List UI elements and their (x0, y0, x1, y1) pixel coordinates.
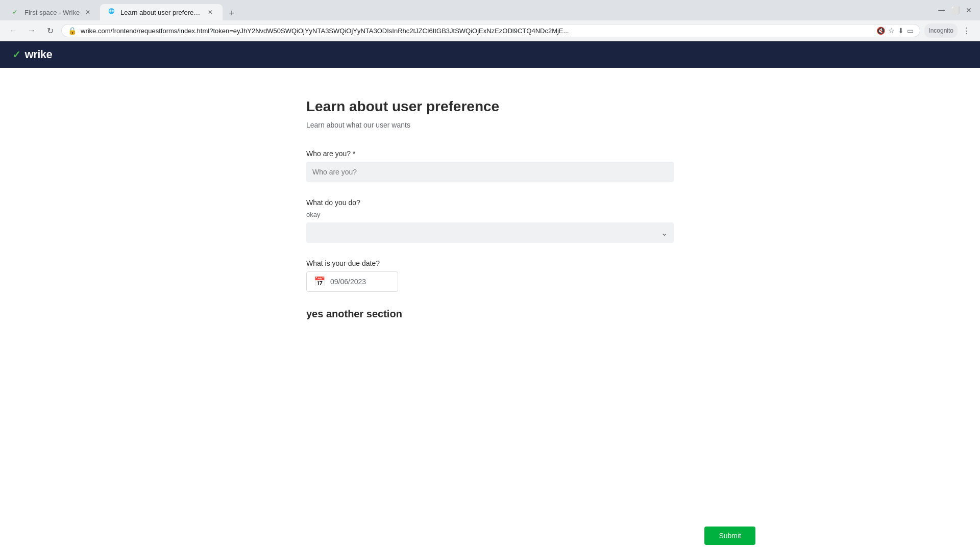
tab-2-close[interactable]: ✕ (206, 8, 214, 16)
who-label: Who are you? * (306, 149, 674, 158)
form-section-who: Who are you? * (306, 149, 674, 182)
wrike-checkmark-icon: ✓ (12, 48, 21, 61)
tab-2-favicon: 🌐 (108, 8, 116, 16)
bookmark-icon[interactable]: ☆ (888, 27, 895, 35)
calendar-icon: 📅 (314, 276, 325, 287)
incognito-label: Incognito (928, 27, 953, 34)
due-date-picker[interactable]: 📅 09/06/2023 (306, 271, 398, 292)
what-description: okay (306, 211, 674, 218)
required-marker: * (353, 149, 355, 158)
tab-2-title: Learn about user preference (120, 9, 202, 16)
wrike-logo-text: wrike (25, 48, 53, 61)
form-section-what: What do you do? okay Developer Designer … (306, 198, 674, 243)
wrike-header: ✓ wrike (0, 41, 980, 68)
back-button[interactable]: ← (6, 23, 20, 38)
browser-tab-1[interactable]: ✓ First space - Wrike ✕ (4, 4, 100, 20)
browser-title-bar: ✓ First space - Wrike ✕ 🌐 Learn about us… (0, 0, 980, 20)
another-section: yes another section (306, 308, 674, 320)
form-title: Learn about user preference (306, 98, 674, 115)
minimize-button[interactable]: ─ (938, 5, 945, 16)
forward-button[interactable]: → (24, 23, 39, 38)
submit-button[interactable]: Submit (704, 527, 755, 545)
browser-tab-2[interactable]: 🌐 Learn about user preference ✕ (100, 4, 223, 20)
address-bar[interactable]: 🔒 wrike.com/frontend/requestforms/index.… (61, 24, 920, 37)
form-section-duedate: What is your due date? 📅 09/06/2023 (306, 259, 674, 292)
menu-button[interactable]: ⋮ (960, 23, 974, 38)
incognito-button[interactable]: Incognito (924, 23, 958, 38)
tab-1-title: First space - Wrike (24, 9, 80, 16)
tab-1-close[interactable]: ✕ (84, 8, 92, 16)
lock-icon: 🔒 (68, 27, 77, 35)
wrike-logo: ✓ wrike (12, 48, 52, 61)
section-heading: yes another section (306, 308, 674, 320)
tab-1-favicon: ✓ (12, 8, 20, 16)
browser-chrome: ✓ First space - Wrike ✕ 🌐 Learn about us… (0, 0, 980, 41)
what-label: What do you do? (306, 198, 674, 207)
duedate-label: What is your due date? (306, 259, 674, 267)
browser-toolbar: ← → ↻ 🔒 wrike.com/frontend/requestforms/… (0, 20, 980, 41)
browser-tabs: ✓ First space - Wrike ✕ 🌐 Learn about us… (4, 4, 934, 20)
what-do-you-do-dropdown[interactable]: Developer Designer Manager Other (306, 222, 674, 243)
url-controls: 🔇 ☆ ⬇ ▭ (876, 27, 914, 35)
who-are-you-input[interactable] (306, 162, 674, 182)
maximize-button[interactable]: ⬜ (951, 6, 960, 14)
form-subtitle: Learn about what our user wants (306, 121, 674, 129)
url-text: wrike.com/frontend/requestforms/index.ht… (81, 27, 872, 35)
close-window-button[interactable]: ✕ (966, 6, 972, 14)
main-content: Learn about user preference Learn about … (296, 68, 684, 387)
mute-icon[interactable]: 🔇 (876, 27, 885, 35)
download-icon[interactable]: ⬇ (898, 27, 904, 35)
cast-icon[interactable]: ▭ (907, 27, 914, 35)
reload-button[interactable]: ↻ (43, 23, 57, 38)
toolbar-right-buttons: Incognito ⋮ (924, 23, 974, 38)
what-dropdown-wrapper: Developer Designer Manager Other ⌄ (306, 222, 674, 243)
new-tab-button[interactable]: + (225, 6, 239, 20)
date-value: 09/06/2023 (330, 278, 366, 286)
